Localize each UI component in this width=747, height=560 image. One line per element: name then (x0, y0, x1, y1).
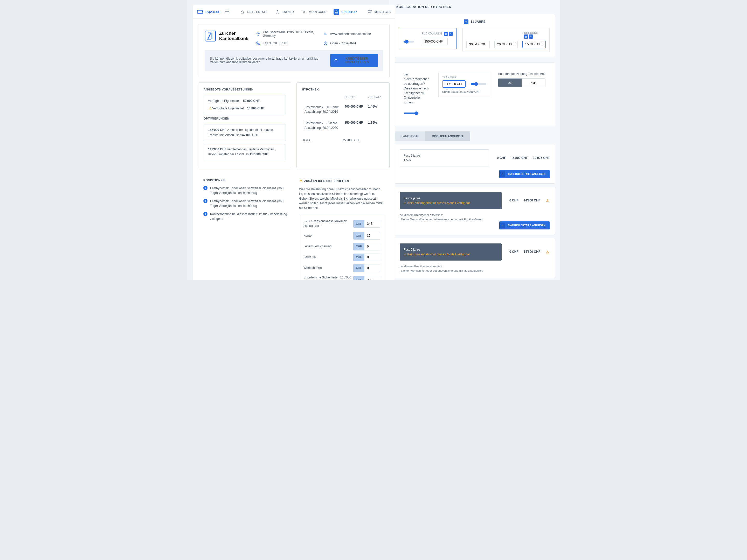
svg-rect-4 (368, 10, 371, 13)
nav-mortgage[interactable]: MORTGAGE (301, 9, 326, 15)
security-row: WertschriftenCHF (304, 263, 380, 273)
edit-icon[interactable]: ✎ (449, 32, 453, 36)
securities-box: BVG / Pensionskasse Maximal: 80'000 CHFC… (299, 214, 384, 280)
svg-rect-0 (197, 10, 203, 14)
offer-desc: Fest 9 jahre1.5% (400, 149, 489, 166)
repayment-block[interactable]: RÜCKZAHLUNG▦✎ (400, 28, 457, 49)
svg-point-5 (371, 10, 371, 11)
security-input[interactable] (364, 232, 380, 240)
nav-real-estate[interactable]: REAL ESTATE (239, 9, 267, 15)
transfer-slider-left[interactable] (404, 112, 419, 114)
chevron-right-icon: › (499, 171, 505, 177)
nav-messages[interactable]: MESSAGES (367, 9, 391, 15)
table-row: Festhypothek 5 JahreAuszahlung 30.04.202… (303, 118, 384, 133)
tab-offers-b[interactable]: MÖGLICHE ANGEBOTE (426, 131, 470, 141)
offer-card: Fest 9 jahre⚠ Kein Zinsangebot fur diese… (394, 238, 555, 278)
menu-icon[interactable] (225, 9, 229, 14)
offer-values: 0 CHF14'800 CHF⚠ (509, 250, 550, 254)
prerequisites-col: ANGEBOTS VORAUSSETZUNGEN Verfügbare Eige… (198, 82, 291, 168)
offer-card: Fest 9 jahre1.5%0 CHF14'800 CHF10'975 CH… (394, 144, 555, 184)
app-logo[interactable]: HypoTECH (197, 9, 220, 14)
security-input[interactable] (364, 276, 380, 280)
bank-website[interactable]: www.zurcherkantonalbank.de (324, 30, 383, 37)
tab-offers-a[interactable]: E ANGEBOTE (394, 131, 426, 141)
increase-label: ERHÖHUNG▦✎ (522, 32, 546, 38)
increase-input[interactable] (522, 41, 546, 48)
nav-owner[interactable]: OWNER (275, 9, 294, 15)
repayment-slider[interactable] (404, 41, 414, 43)
offer-note: bei diesem Kreditgeber akzeptiert:, Kont… (400, 213, 550, 221)
transfer-slider[interactable] (471, 83, 486, 85)
contact-bar: Sie können diesen kreditgeber vor einer … (205, 50, 383, 71)
amount-input[interactable] (494, 41, 518, 48)
unit-label: CHF (353, 254, 364, 261)
edit-icon[interactable]: ✎ (529, 34, 533, 38)
info-icon: i (203, 212, 207, 216)
config-card: + 11 JAHRE RÜCKZAHLUNG▦✎ (394, 14, 555, 57)
opt-box-1: 147'000 CHF zusätzliche Liquide Mittel ,… (204, 124, 286, 141)
security-row: Erforderliche Sicherheiten 110'000 CHFCH… (304, 273, 380, 280)
topbar: HypoTECH REAL ESTATE OWNER MORTGAGE CRED… (193, 5, 395, 19)
sec-title: ⚠ ZUSÄTZLICHE SICHERHEITEN (299, 179, 384, 183)
securities-col: ⚠ ZUSÄTZLICHE SICHERHEITEN Weil die Bele… (297, 174, 390, 280)
repayment-input[interactable] (422, 38, 448, 45)
calc-icon[interactable]: ▦ (444, 32, 448, 36)
chat-icon (367, 9, 372, 15)
unit-label: CHF (353, 243, 364, 250)
opt-title: OPTIMIERUNGEN (204, 117, 286, 120)
bank-phone: +49 30 28 88 110 (256, 41, 316, 45)
svg-point-7 (258, 33, 259, 34)
conditions-col: KONDITIONEN iFesthypothek Konditionen Sc… (198, 174, 291, 280)
unit-label: CHF (353, 220, 364, 228)
percent-icon (301, 9, 307, 15)
transfer-toggle: Ja Nein (498, 78, 545, 87)
contact-text: Sie können diesen kreditgeber vor einer … (210, 57, 325, 64)
condition-item: iFesthypothek Konditionen Schweizer Zins… (203, 186, 289, 195)
svg-rect-9 (335, 59, 337, 61)
config-panel: KONFIGURATION DER HYPOTHEK + 11 JAHRE RÜ… (389, 0, 560, 280)
mortgage-col: HYPOTHEK BETRAGZINSSATZ Festhypothek 10 … (297, 82, 390, 168)
offer-details-button[interactable]: ›ANGEBOLDETAILS ANZEIGEN (499, 221, 550, 230)
add-icon[interactable]: + (464, 20, 468, 24)
transfer-question: Hauptbankbeziehung Transferien? Ja Nein (498, 72, 545, 87)
security-input[interactable] (364, 264, 380, 272)
transfer-mid: TRANSFER Ubrige Saule 3a 117'000 CHF (438, 72, 490, 97)
svg-point-2 (303, 10, 304, 11)
warning-icon: ⚠ (208, 106, 212, 110)
security-input[interactable] (364, 220, 380, 228)
offer-note: bei diesem Kreditgeber akzeptiert:, Kont… (400, 264, 550, 273)
sec-desc: Weil die Belehnung ohne Zusätzliche Sich… (299, 187, 384, 210)
offer-details-button[interactable]: ›ANGEBOLDETAILS ANZEIGEN (499, 170, 550, 178)
security-row: BVG / Pensionskasse Maximal: 80'000 CHFC… (304, 217, 380, 230)
security-input[interactable] (364, 243, 380, 250)
repayment-label: RÜCKZAHLUNG▦✎ (422, 32, 453, 36)
offer-values: 0 CHF14'800 CHF10'975 CHF (497, 156, 550, 160)
toggle-yes[interactable]: Ja (498, 79, 522, 87)
unit-label: CHF (353, 276, 364, 280)
bank-name: ZürcherKantonalbank (219, 31, 248, 42)
nav-creditor[interactable]: CREDITOR (334, 9, 357, 15)
opt-box-2: 117'000 CHF verbleibendes Säule3a Vermög… (204, 144, 286, 160)
security-row: LebensversicherungCHF (304, 241, 380, 252)
offer-desc: Fest 9 jahre⚠ Kein Zinsangebot fur diese… (400, 243, 501, 261)
offer-values: 0 CHF14'800 CHF⚠ (509, 198, 550, 203)
prereq-box: Verfügbare Eigenmittel 50'000 CHF ⚠Verfü… (204, 95, 286, 114)
security-input[interactable] (364, 254, 380, 261)
condition-item: iFesthypothek Konditionen Schweizer Zins… (203, 199, 289, 208)
toggle-no[interactable]: Nein (522, 79, 545, 87)
offer-card: Fest 9 jahre⚠ Kein Zinsangebot fur diese… (394, 187, 555, 235)
contact-button[interactable]: KREDITGEBER KONTAKTIEREN (330, 54, 378, 66)
prereq-title: ANGEBOTS VORAUSSETZUNGEN (204, 88, 286, 91)
transfer-input[interactable] (442, 80, 466, 88)
years-label: 11 JAHRE (470, 20, 485, 24)
transfer-label: TRANSFER (442, 76, 457, 79)
info-icon: i (203, 199, 207, 203)
date-input[interactable] (466, 41, 490, 48)
config-title: KONFIGURATION DER HYPOTHEK (396, 5, 555, 9)
calc-icon[interactable]: ▦ (524, 34, 528, 38)
table-row: Festhypothek 10 JahreAuszahlung 30.04.20… (303, 102, 384, 117)
svg-rect-6 (205, 31, 215, 41)
svg-point-1 (277, 10, 278, 12)
years-header: + 11 JAHRE (400, 20, 550, 24)
increase-block[interactable]: ERHÖHUNG▦✎ (462, 28, 550, 52)
